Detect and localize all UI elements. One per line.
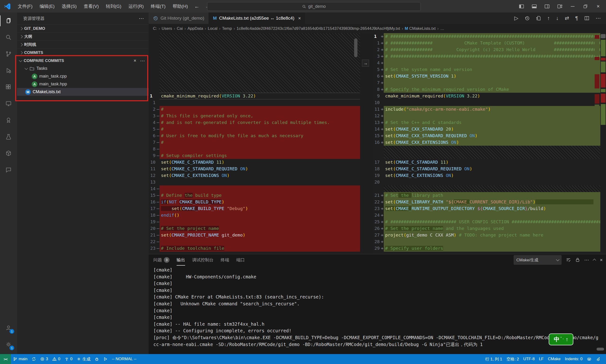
lock-icon[interactable] bbox=[575, 258, 580, 262]
sidebar-more-icon[interactable]: ⋯ bbox=[139, 15, 144, 22]
toggle-sidebar-icon[interactable] bbox=[516, 2, 527, 11]
output-log[interactable]: [cmake] [cmake] HW-Components/config.cma… bbox=[153, 267, 598, 352]
status-right-5[interactable]: Indents: 0 bbox=[563, 354, 585, 364]
remote-explorer-icon[interactable] bbox=[0, 95, 17, 112]
close-compare-icon[interactable]: × bbox=[134, 58, 136, 64]
menu-item-3[interactable]: 查看(V) bbox=[80, 0, 102, 13]
status-right-2[interactable]: UTF-8 bbox=[521, 354, 537, 364]
breadcrumb-segment[interactable]: Local bbox=[208, 26, 217, 31]
explorer-icon[interactable] bbox=[0, 13, 17, 29]
status-debug[interactable] bbox=[93, 354, 101, 364]
status-right-1[interactable]: 空格: 2 bbox=[504, 354, 521, 364]
account-icon[interactable]: 1 bbox=[0, 320, 17, 336]
notifications-bell-icon[interactable] bbox=[594, 354, 603, 364]
breadcrumb[interactable]: C:›Users›Cai›AppData›Local›Temp›1c8e8c4a… bbox=[149, 24, 606, 33]
output-scrollbar[interactable] bbox=[596, 348, 604, 351]
award-icon[interactable] bbox=[0, 112, 17, 129]
close-tab-icon[interactable]: × bbox=[298, 16, 301, 21]
swap-icon[interactable]: ⇄ bbox=[565, 15, 569, 21]
more-actions-icon[interactable]: ⋯ bbox=[584, 257, 589, 263]
tab-cmakelists-diff[interactable]: MCMakeLists.txt (a2d55ee ↔ 1c8e8c4)× bbox=[209, 13, 305, 24]
breadcrumb-segment[interactable]: 1c8e8c4adde20f4672243c1f6a7d97a81654d04b… bbox=[236, 26, 400, 31]
open-changes-icon[interactable] bbox=[536, 16, 541, 21]
left-pane-scrollbar[interactable] bbox=[354, 38, 357, 57]
nav-back-icon[interactable]: ← bbox=[191, 3, 202, 10]
panel-tab-终端[interactable]: 终端 bbox=[221, 254, 229, 266]
status-cmake-build[interactable]: 生成 bbox=[75, 354, 93, 364]
run-debug-icon[interactable] bbox=[0, 62, 17, 79]
breadcrumb-segment[interactable]: AppData bbox=[188, 26, 203, 31]
arrow-up-icon[interactable]: ↑ bbox=[547, 15, 550, 21]
toggle-secondary-sidebar-icon[interactable] bbox=[542, 2, 552, 11]
restore-button[interactable] bbox=[580, 0, 591, 13]
status-right-4[interactable]: CMake bbox=[546, 354, 563, 364]
source-control-icon[interactable] bbox=[0, 46, 17, 62]
close-window-button[interactable]: × bbox=[593, 0, 604, 13]
status-launch[interactable] bbox=[101, 354, 110, 364]
status-errors[interactable]: 3 bbox=[38, 354, 50, 364]
diff-overview-ruler[interactable] bbox=[601, 33, 606, 254]
compare-more-icon[interactable]: ⋯ bbox=[140, 58, 145, 64]
run-icon[interactable]: ▷ bbox=[514, 15, 518, 21]
status-warnings[interactable]: 0 bbox=[50, 354, 62, 364]
tree-item-main-task-hpp[interactable]: Amain_task.hpp bbox=[17, 80, 149, 88]
tree-item-cmakelists-txt[interactable]: MCMakeLists.txt bbox=[17, 88, 149, 96]
minimize-button[interactable]: ─ bbox=[567, 0, 578, 13]
breadcrumb-segment[interactable]: Temp bbox=[222, 26, 232, 31]
section-git-demo[interactable]: GIT_DEMO bbox=[17, 24, 149, 32]
breadcrumb-file[interactable]: CMakeLists.txt bbox=[409, 26, 436, 31]
status-vim-mode[interactable]: -- NORMAL -- bbox=[110, 354, 138, 364]
breadcrumb-tail[interactable]: … bbox=[440, 26, 444, 31]
tab-git-history[interactable]: Git History (git_demo) bbox=[149, 13, 209, 24]
menu-item-0[interactable]: 文件(F) bbox=[14, 0, 36, 13]
search-icon[interactable] bbox=[0, 29, 17, 46]
menu-item-2[interactable]: 选择(S) bbox=[58, 0, 80, 13]
customize-layout-icon[interactable] bbox=[554, 2, 565, 11]
status-right-0[interactable]: 行 1, 列 1 bbox=[483, 354, 504, 364]
menu-item-7[interactable]: 帮助(H) bbox=[169, 0, 191, 13]
menu-item-6[interactable]: 终端(T) bbox=[147, 0, 169, 13]
section-commits[interactable]: COMMITS bbox=[17, 49, 149, 56]
more-icon[interactable]: ⋯ bbox=[596, 15, 601, 21]
section--[interactable]: 时间线 bbox=[17, 40, 149, 49]
section--[interactable]: 大纲 bbox=[17, 32, 149, 40]
close-panel-icon[interactable]: × bbox=[600, 257, 603, 263]
diff-original-pane[interactable]: 1cmake_minimum_required(VERSION 3.22)12–… bbox=[149, 33, 360, 254]
extensions-icon[interactable] bbox=[0, 79, 17, 95]
tree-item-tasks[interactable]: Tasks bbox=[17, 65, 149, 72]
tree-item-main-task-cpp[interactable]: Amain_task.cpp bbox=[17, 72, 149, 80]
panel-tab-调试控制台[interactable]: 调试控制台 bbox=[192, 254, 214, 266]
toggle-panel-icon[interactable] bbox=[529, 2, 540, 11]
package-icon[interactable] bbox=[0, 145, 17, 162]
remote-indicator[interactable]: >< bbox=[0, 354, 11, 364]
maximize-panel-icon[interactable] bbox=[593, 259, 596, 262]
settings-icon[interactable]: 1 bbox=[0, 336, 17, 353]
timeline-icon[interactable] bbox=[525, 16, 530, 21]
comments-icon[interactable] bbox=[0, 162, 17, 178]
breadcrumb-segment[interactable]: C: bbox=[153, 26, 157, 31]
menu-item-5[interactable]: 运行(R) bbox=[125, 0, 147, 13]
menu-item-4[interactable]: 转到(G) bbox=[102, 0, 125, 13]
menu-item-1[interactable]: 编辑(E) bbox=[36, 0, 58, 13]
testing-icon[interactable] bbox=[0, 129, 17, 145]
panel-tab-问题[interactable]: 问题3 bbox=[153, 254, 170, 266]
panel-tab-输出[interactable]: 输出 bbox=[176, 254, 185, 266]
status-right-3[interactable]: LF bbox=[537, 354, 546, 364]
split-editor-icon[interactable] bbox=[584, 16, 589, 21]
section-compare-commits[interactable]: COMPARE COMMITS×⋯ bbox=[17, 56, 149, 65]
folder-icon bbox=[29, 66, 35, 71]
status-git-branch[interactable]: main bbox=[11, 354, 30, 364]
command-center-search[interactable]: git_demo bbox=[207, 2, 421, 11]
status-sync[interactable] bbox=[30, 354, 38, 364]
status-feedback[interactable]: 0 bbox=[63, 354, 75, 364]
clear-output-icon[interactable] bbox=[566, 257, 571, 262]
output-channel-select[interactable]: CMake/生成 bbox=[514, 255, 562, 265]
diff-modified-pane[interactable]: 1+# ####################################… bbox=[373, 33, 600, 254]
breadcrumb-segment[interactable]: Users bbox=[162, 26, 172, 31]
panel-tab-端口[interactable]: 端口 bbox=[236, 254, 245, 266]
arrow-down-icon[interactable]: ↓ bbox=[556, 15, 559, 21]
breadcrumb-segment[interactable]: Cai bbox=[177, 26, 183, 31]
pilcrow-icon[interactable]: ¶ bbox=[575, 15, 578, 21]
copilot-icon[interactable] bbox=[585, 354, 594, 364]
diff-sash-arrow-button[interactable]: → bbox=[362, 60, 369, 67]
